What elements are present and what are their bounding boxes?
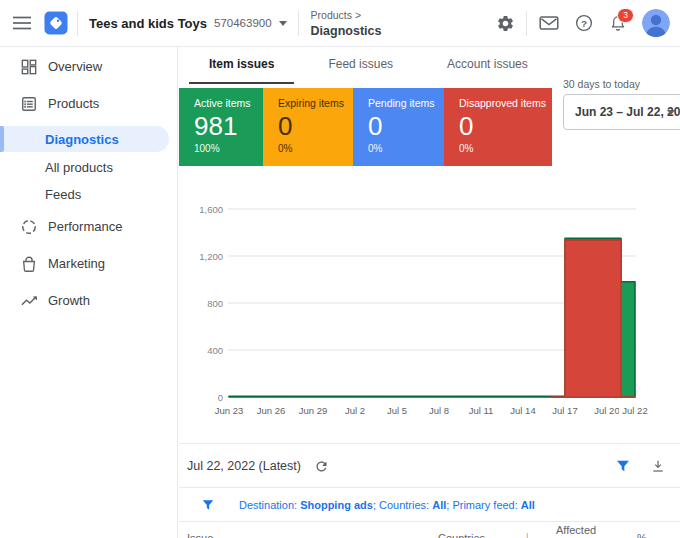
latest-snapshot-row: Jul 22, 2022 (Latest) xyxy=(179,443,680,488)
sidebar-item-label: Growth xyxy=(48,293,90,308)
settings-gear-icon[interactable] xyxy=(496,14,515,33)
breadcrumb-parent[interactable]: Products > xyxy=(311,9,382,21)
date-range-select[interactable]: Jun 23 – Jul 22, 2022 xyxy=(563,94,680,130)
card-value: 0 xyxy=(368,113,440,139)
sidebar-item-label: All products xyxy=(45,160,113,175)
date-range-value: Jun 23 – Jul 22, 2022 xyxy=(575,105,680,119)
tab-feed-issues[interactable]: Feed issues xyxy=(308,46,413,84)
sidebar-item-diagnostics[interactable]: Diagnostics xyxy=(0,126,169,152)
header-divider xyxy=(77,11,78,36)
card-label: Expiring items xyxy=(278,97,349,109)
svg-text:Jun 29: Jun 29 xyxy=(299,405,328,416)
card-percent: 0% xyxy=(368,143,440,154)
svg-text:Jul 22: Jul 22 xyxy=(622,405,647,416)
svg-text:Jul 8: Jul 8 xyxy=(429,405,449,416)
sidebar-item-marketing[interactable]: Marketing xyxy=(0,245,177,282)
summary-cards-row: Active items 981 100% Expiring items 0 0… xyxy=(179,88,680,166)
card-label: Active items xyxy=(194,97,259,109)
items-history-chart: 04008001,2001,600Jun 23Jun 26Jun 29Jul 2… xyxy=(179,185,680,441)
account-switcher-caret-icon[interactable] xyxy=(279,21,287,26)
sidebar-item-label: Overview xyxy=(48,59,102,74)
breadcrumb: Products > Diagnostics xyxy=(311,9,382,38)
active-items-card[interactable]: Active items 981 100% xyxy=(179,88,263,166)
sidebar-item-overview[interactable]: Overview xyxy=(0,48,177,85)
user-avatar[interactable] xyxy=(642,9,670,37)
card-percent: 100% xyxy=(194,143,259,154)
date-range-caret-icon xyxy=(667,110,675,115)
tab-item-issues[interactable]: Item issues xyxy=(189,46,294,84)
header-divider xyxy=(526,11,527,36)
merchant-center-logo-icon[interactable] xyxy=(44,11,68,35)
main-content: Item issues Feed issues Account issues A… xyxy=(179,46,680,538)
notification-count-badge: 3 xyxy=(617,8,634,23)
issues-table-header: Issue Countries ↓ Affected items % affec… xyxy=(179,521,680,538)
disapproved-items-card[interactable]: Disapproved items 0 0% xyxy=(444,88,552,166)
sidebar-item-label: Performance xyxy=(48,219,122,234)
svg-text:1,600: 1,600 xyxy=(199,204,223,215)
menu-icon[interactable] xyxy=(13,16,31,30)
svg-text:?: ? xyxy=(581,18,587,29)
sidebar-item-label: Products xyxy=(48,96,99,111)
svg-text:Jul 11: Jul 11 xyxy=(469,405,494,416)
card-percent: 0% xyxy=(459,143,548,154)
svg-text:Jun 23: Jun 23 xyxy=(215,405,244,416)
filter-summary-text[interactable]: Destination: Shopping ads; Countries: Al… xyxy=(239,499,535,511)
performance-circle-icon xyxy=(19,217,39,237)
svg-text:Jul 20: Jul 20 xyxy=(594,405,619,416)
expiring-items-card[interactable]: Expiring items 0 0% xyxy=(263,88,353,166)
items-history-chart-area: 04008001,2001,600Jun 23Jun 26Jun 29Jul 2… xyxy=(179,185,680,445)
column-header-percent-affected[interactable]: % affected xyxy=(637,532,680,538)
latest-date-label: Jul 22, 2022 (Latest) xyxy=(187,459,301,473)
sidebar-item-performance[interactable]: Performance xyxy=(0,208,177,245)
card-percent: 0% xyxy=(278,143,349,154)
card-value: 0 xyxy=(278,113,349,139)
products-list-icon xyxy=(19,94,39,114)
date-range-area: 30 days to today Jun 23 – Jul 22, 2022 xyxy=(563,78,680,130)
header-divider xyxy=(298,11,299,36)
svg-text:Jul 14: Jul 14 xyxy=(510,405,535,416)
pending-items-card[interactable]: Pending items 0 0% xyxy=(353,88,444,166)
date-range-label: 30 days to today xyxy=(563,78,680,90)
card-value: 981 xyxy=(194,113,259,139)
top-app-bar: Tees and kids Toys 570463900 Products > … xyxy=(0,0,680,47)
svg-text:1,200: 1,200 xyxy=(199,251,223,262)
card-label: Disapproved items xyxy=(459,97,548,109)
column-header-countries[interactable]: Countries xyxy=(438,532,485,538)
growth-trending-up-icon xyxy=(19,291,39,311)
sidebar-item-all-products[interactable]: All products xyxy=(0,154,177,181)
svg-text:Jul 2: Jul 2 xyxy=(345,405,365,416)
filter-funnel-icon xyxy=(201,498,215,512)
sort-descending-icon[interactable]: ↓ xyxy=(524,529,530,538)
svg-text:Jun 26: Jun 26 xyxy=(257,405,286,416)
sidebar-item-feeds[interactable]: Feeds xyxy=(0,181,177,208)
svg-text:400: 400 xyxy=(207,345,223,356)
tab-account-issues[interactable]: Account issues xyxy=(427,46,548,84)
sidebar-nav: Overview Products Diagnostics All produc… xyxy=(0,46,178,538)
svg-text:0: 0 xyxy=(218,392,223,403)
notifications-bell-icon[interactable]: 3 xyxy=(609,14,627,33)
store-id: 570463900 xyxy=(214,17,272,29)
active-filters-bar[interactable]: Destination: Shopping ads; Countries: Al… xyxy=(179,487,680,522)
card-value: 0 xyxy=(459,113,548,139)
filter-funnel-icon[interactable] xyxy=(615,458,631,474)
sidebar-item-products[interactable]: Products xyxy=(0,85,177,122)
sidebar-item-label: Diagnostics xyxy=(45,132,119,147)
svg-text:Jul 17: Jul 17 xyxy=(552,405,577,416)
sidebar-item-label: Feeds xyxy=(45,187,81,202)
svg-text:800: 800 xyxy=(207,298,223,309)
help-icon[interactable]: ? xyxy=(575,14,593,32)
column-header-issue[interactable]: Issue xyxy=(187,532,213,538)
sidebar-item-growth[interactable]: Growth xyxy=(0,282,177,319)
mail-icon[interactable] xyxy=(539,15,559,31)
download-icon[interactable] xyxy=(650,458,666,474)
marketing-bag-icon xyxy=(19,254,39,274)
page-title: Diagnostics xyxy=(311,24,382,38)
sidebar-item-label: Marketing xyxy=(48,256,105,271)
refresh-icon[interactable] xyxy=(314,459,329,474)
svg-text:Jul 5: Jul 5 xyxy=(387,405,407,416)
store-name: Tees and kids Toys xyxy=(89,16,207,31)
column-header-affected-items[interactable]: Affected items xyxy=(556,525,608,538)
dashboard-icon xyxy=(19,57,39,77)
card-label: Pending items xyxy=(368,97,440,109)
